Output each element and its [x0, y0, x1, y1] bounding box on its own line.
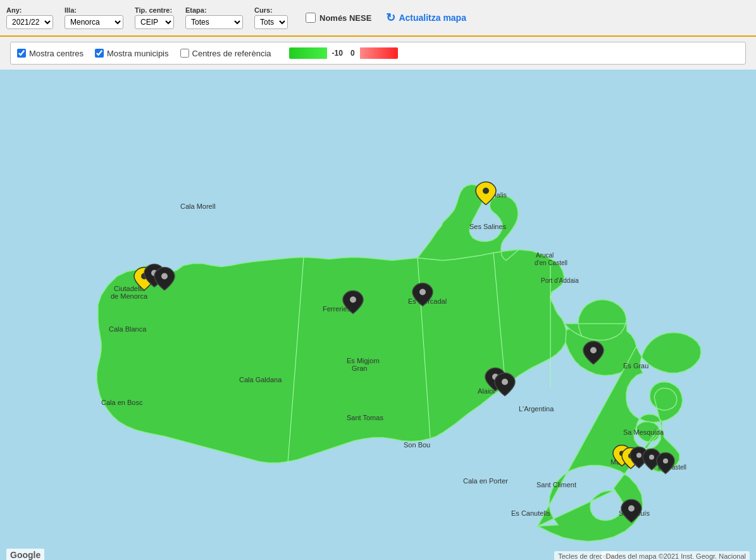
- label-son-bou: Son Bou: [404, 441, 430, 449]
- svg-point-10: [419, 289, 426, 296]
- illa-filter: Illa: Menorca Mallorca Eivissa Formenter…: [65, 6, 123, 29]
- svg-point-9: [350, 297, 356, 303]
- toolbar: Any: 2021/22 2020/21 2019/20 2022/23 Ill…: [0, 0, 756, 37]
- refresh-icon: ↻: [386, 11, 395, 25]
- curs-filter: Curs: Tots 1r 2n 3r: [254, 6, 288, 29]
- label-es-canutells: Es Canutells: [511, 509, 550, 517]
- label-ses-salines: Ses Salines: [469, 223, 507, 230]
- label-es-grau: Es Grau: [623, 362, 648, 370]
- centres-referencia-checkbox[interactable]: [180, 49, 189, 58]
- svg-point-13: [590, 347, 597, 354]
- curs-select[interactable]: Tots 1r 2n 3r: [254, 15, 288, 29]
- label-es-migjorn2: Gran: [352, 364, 367, 372]
- etapa-label: Etapa:: [185, 6, 243, 14]
- nese-group: Només NESE: [306, 13, 371, 23]
- map-svg: Cala Morell Ses Salines Fornalis Arucal …: [0, 70, 756, 560]
- actualitza-button[interactable]: ↻ Actualitza mapa: [386, 11, 466, 25]
- map-attribution: Dades del mapa ©2021 Inst. Geogr. Nacion…: [602, 551, 750, 560]
- any-filter: Any: 2021/22 2020/21 2019/20 2022/23: [6, 6, 53, 29]
- mostra-municipis-label: Mostra municipis: [107, 49, 169, 58]
- label-sa-mesquida: Sa Mesquida: [623, 428, 664, 436]
- any-label: Any:: [6, 6, 53, 14]
- label-cala-en-porter: Cala en Porter: [463, 477, 508, 485]
- label-cala-blanca: Cala Blanca: [109, 325, 147, 333]
- mostra-municipis-group: Mostra municipis: [95, 49, 169, 58]
- label-ciutadella2: de Menorca: [111, 292, 148, 300]
- label-arucal: Arucal: [536, 252, 554, 259]
- etapa-select[interactable]: Totes Infantil Primària Secundària: [185, 15, 243, 29]
- svg-point-8: [483, 188, 489, 194]
- label-es-migjorn: Es Migjorn: [347, 357, 380, 364]
- label-cala-en-bosc: Cala en Bosc: [101, 399, 143, 406]
- label-cala-morell: Cala Morell: [180, 202, 216, 210]
- label-argentina: L'Argentina: [519, 405, 554, 413]
- legend-mid: 0: [348, 49, 357, 58]
- actualitza-label: Actualitza mapa: [399, 13, 466, 23]
- second-bar-wrapper: Mostra centres Mostra municipis Centres …: [0, 37, 756, 70]
- svg-point-18: [663, 459, 668, 464]
- mostra-centres-group: Mostra centres: [17, 49, 84, 58]
- centres-referencia-label: Centres de referència: [192, 49, 271, 58]
- label-cala-galdana: Cala Galdana: [239, 376, 282, 383]
- svg-point-12: [502, 379, 508, 385]
- illa-label: Illa:: [65, 6, 123, 14]
- legend-red: [360, 47, 398, 59]
- tip-centre-select[interactable]: CEIP Tots IES CEPA: [135, 15, 174, 29]
- svg-point-17: [649, 455, 654, 460]
- legend-bar: -10 0: [289, 47, 398, 59]
- label-sant-climent: Sant Climent: [536, 481, 576, 488]
- second-bar: Mostra centres Mostra municipis Centres …: [10, 42, 746, 65]
- label-sant-tomas: Sant Tomas: [347, 414, 383, 421]
- label-port-addaia: Port d'Addaia: [541, 277, 579, 284]
- mostra-municipis-checkbox[interactable]: [95, 49, 104, 58]
- svg-point-7: [161, 273, 168, 280]
- curs-label: Curs:: [254, 6, 288, 14]
- tip-centre-filter: Tip. centre: CEIP Tots IES CEPA: [135, 6, 174, 29]
- mostra-centres-checkbox[interactable]: [17, 49, 26, 58]
- map-container[interactable]: Cala Morell Ses Salines Fornalis Arucal …: [0, 70, 756, 560]
- illa-select[interactable]: Menorca Mallorca Eivissa Formentera: [65, 15, 123, 29]
- legend-min: -10: [330, 49, 345, 58]
- label-arucal2: d'en Castell: [535, 259, 567, 266]
- centres-referencia-group: Centres de referència: [180, 49, 271, 58]
- google-logo: Google: [6, 549, 44, 560]
- mostra-centres-label: Mostra centres: [29, 49, 84, 58]
- legend-green: [289, 47, 327, 59]
- svg-point-16: [636, 453, 641, 458]
- nese-label: Només NESE: [319, 13, 371, 23]
- etapa-filter: Etapa: Totes Infantil Primària Secundàri…: [185, 6, 243, 29]
- svg-point-19: [628, 506, 635, 512]
- tip-centre-label: Tip. centre:: [135, 6, 174, 14]
- any-select[interactable]: 2021/22 2020/21 2019/20 2022/23: [6, 15, 53, 29]
- nese-checkbox[interactable]: [306, 13, 316, 23]
